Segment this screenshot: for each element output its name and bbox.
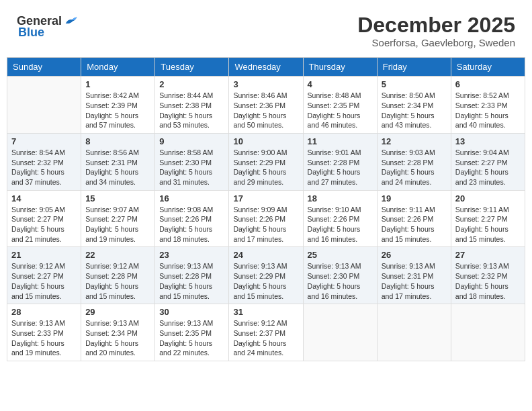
- day-info: Sunrise: 9:13 AMSunset: 2:35 PMDaylight:…: [159, 318, 224, 358]
- location-title: Soerforsa, Gaevleborg, Sweden: [357, 37, 515, 48]
- day-number: 7: [11, 136, 77, 146]
- calendar-cell: [303, 304, 377, 361]
- day-info: Sunrise: 9:13 AMSunset: 2:32 PMDaylight:…: [455, 261, 521, 301]
- day-number: 29: [85, 307, 150, 317]
- day-number: 28: [11, 307, 77, 317]
- day-info: Sunrise: 8:44 AMSunset: 2:38 PMDaylight:…: [159, 91, 224, 130]
- calendar-cell: 15Sunrise: 9:07 AMSunset: 2:27 PMDayligh…: [81, 190, 155, 247]
- calendar-cell: 10Sunrise: 9:00 AMSunset: 2:29 PMDayligh…: [229, 133, 303, 190]
- calendar-cell: 1Sunrise: 8:42 AMSunset: 2:39 PMDaylight…: [81, 77, 155, 134]
- calendar-cell: 2Sunrise: 8:44 AMSunset: 2:38 PMDaylight…: [155, 77, 229, 134]
- day-number: 1: [85, 79, 150, 89]
- weekday-header-saturday: Saturday: [451, 58, 525, 77]
- day-info: Sunrise: 9:13 AMSunset: 2:30 PMDaylight:…: [308, 261, 373, 301]
- day-number: 14: [11, 193, 77, 203]
- day-number: 9: [159, 136, 224, 146]
- day-info: Sunrise: 9:00 AMSunset: 2:29 PMDaylight:…: [233, 148, 298, 187]
- day-info: Sunrise: 9:10 AMSunset: 2:26 PMDaylight:…: [308, 205, 373, 244]
- weekday-header-thursday: Thursday: [303, 58, 377, 77]
- calendar-week-row: 7Sunrise: 8:54 AMSunset: 2:32 PMDaylight…: [7, 133, 525, 190]
- calendar-cell: 16Sunrise: 9:08 AMSunset: 2:26 PMDayligh…: [155, 190, 229, 247]
- day-info: Sunrise: 9:13 AMSunset: 2:34 PMDaylight:…: [85, 318, 150, 358]
- calendar-cell: [451, 304, 525, 361]
- day-number: 19: [382, 193, 447, 203]
- logo-blue: Blue: [18, 26, 44, 40]
- day-info: Sunrise: 9:07 AMSunset: 2:27 PMDaylight:…: [85, 205, 150, 244]
- calendar-cell: 12Sunrise: 9:03 AMSunset: 2:28 PMDayligh…: [377, 133, 451, 190]
- day-number: 30: [159, 307, 224, 317]
- day-info: Sunrise: 9:04 AMSunset: 2:27 PMDaylight:…: [455, 148, 521, 187]
- day-number: 22: [85, 250, 150, 260]
- calendar-cell: 18Sunrise: 9:10 AMSunset: 2:26 PMDayligh…: [303, 190, 377, 247]
- calendar-cell: 21Sunrise: 9:12 AMSunset: 2:27 PMDayligh…: [7, 247, 81, 304]
- weekday-header-row: SundayMondayTuesdayWednesdayThursdayFrid…: [7, 58, 525, 77]
- calendar-week-row: 14Sunrise: 9:05 AMSunset: 2:27 PMDayligh…: [7, 190, 525, 247]
- day-number: 12: [382, 136, 447, 146]
- day-number: 21: [11, 250, 77, 260]
- weekday-header-tuesday: Tuesday: [155, 58, 229, 77]
- day-info: Sunrise: 9:03 AMSunset: 2:28 PMDaylight:…: [382, 148, 447, 187]
- day-number: 13: [455, 136, 521, 146]
- day-info: Sunrise: 9:12 AMSunset: 2:27 PMDaylight:…: [11, 261, 77, 301]
- day-info: Sunrise: 9:13 AMSunset: 2:28 PMDaylight:…: [159, 261, 224, 301]
- calendar-cell: 31Sunrise: 9:12 AMSunset: 2:37 PMDayligh…: [229, 304, 303, 361]
- day-number: 10: [233, 136, 298, 146]
- calendar-cell: 11Sunrise: 9:01 AMSunset: 2:28 PMDayligh…: [303, 133, 377, 190]
- calendar-cell: [377, 304, 451, 361]
- day-number: 6: [455, 79, 521, 89]
- day-number: 27: [455, 250, 521, 260]
- weekday-header-monday: Monday: [81, 58, 155, 77]
- calendar-cell: 25Sunrise: 9:13 AMSunset: 2:30 PMDayligh…: [303, 247, 377, 304]
- day-info: Sunrise: 8:52 AMSunset: 2:33 PMDaylight:…: [455, 91, 521, 130]
- day-info: Sunrise: 9:12 AMSunset: 2:28 PMDaylight:…: [85, 261, 150, 301]
- day-number: 17: [233, 193, 298, 203]
- day-number: 23: [159, 250, 224, 260]
- day-number: 2: [159, 79, 224, 89]
- day-number: 16: [159, 193, 224, 203]
- day-number: 25: [308, 250, 373, 260]
- calendar-cell: 29Sunrise: 9:13 AMSunset: 2:34 PMDayligh…: [81, 304, 155, 361]
- day-info: Sunrise: 9:12 AMSunset: 2:37 PMDaylight:…: [233, 318, 298, 358]
- day-number: 20: [455, 193, 521, 203]
- header: General Blue December 2025 Soerforsa, Ga…: [7, 7, 525, 52]
- day-info: Sunrise: 9:11 AMSunset: 2:26 PMDaylight:…: [382, 205, 447, 244]
- day-number: 3: [233, 79, 298, 89]
- day-number: 31: [233, 307, 298, 317]
- day-info: Sunrise: 9:01 AMSunset: 2:28 PMDaylight:…: [308, 148, 373, 187]
- calendar-cell: 13Sunrise: 9:04 AMSunset: 2:27 PMDayligh…: [451, 133, 525, 190]
- calendar-cell: 19Sunrise: 9:11 AMSunset: 2:26 PMDayligh…: [377, 190, 451, 247]
- calendar-cell: 22Sunrise: 9:12 AMSunset: 2:28 PMDayligh…: [81, 247, 155, 304]
- day-info: Sunrise: 8:46 AMSunset: 2:36 PMDaylight:…: [233, 91, 298, 130]
- calendar-cell: 17Sunrise: 9:09 AMSunset: 2:26 PMDayligh…: [229, 190, 303, 247]
- day-number: 26: [382, 250, 447, 260]
- logo: General Blue: [17, 13, 78, 40]
- weekday-header-wednesday: Wednesday: [229, 58, 303, 77]
- calendar-week-row: 21Sunrise: 9:12 AMSunset: 2:27 PMDayligh…: [7, 247, 525, 304]
- title-area: December 2025 Soerforsa, Gaevleborg, Swe…: [357, 13, 515, 48]
- calendar-cell: 24Sunrise: 9:13 AMSunset: 2:29 PMDayligh…: [229, 247, 303, 304]
- day-number: 11: [308, 136, 373, 146]
- day-number: 4: [308, 79, 373, 89]
- day-info: Sunrise: 8:42 AMSunset: 2:39 PMDaylight:…: [85, 91, 150, 130]
- day-number: 18: [308, 193, 373, 203]
- day-info: Sunrise: 8:50 AMSunset: 2:34 PMDaylight:…: [382, 91, 447, 130]
- calendar-cell: 9Sunrise: 8:58 AMSunset: 2:30 PMDaylight…: [155, 133, 229, 190]
- day-info: Sunrise: 8:48 AMSunset: 2:35 PMDaylight:…: [308, 91, 373, 130]
- day-info: Sunrise: 8:58 AMSunset: 2:30 PMDaylight:…: [159, 148, 224, 187]
- weekday-header-friday: Friday: [377, 58, 451, 77]
- day-number: 15: [85, 193, 150, 203]
- calendar-cell: 6Sunrise: 8:52 AMSunset: 2:33 PMDaylight…: [451, 77, 525, 134]
- day-number: 8: [85, 136, 150, 146]
- calendar-cell: 26Sunrise: 9:13 AMSunset: 2:31 PMDayligh…: [377, 247, 451, 304]
- calendar: SundayMondayTuesdayWednesdayThursdayFrid…: [7, 57, 525, 361]
- day-number: 24: [233, 250, 298, 260]
- day-info: Sunrise: 9:13 AMSunset: 2:31 PMDaylight:…: [382, 261, 447, 301]
- weekday-header-sunday: Sunday: [7, 58, 81, 77]
- day-info: Sunrise: 9:05 AMSunset: 2:27 PMDaylight:…: [11, 205, 77, 244]
- day-info: Sunrise: 9:13 AMSunset: 2:33 PMDaylight:…: [11, 318, 77, 358]
- calendar-cell: 20Sunrise: 9:11 AMSunset: 2:27 PMDayligh…: [451, 190, 525, 247]
- day-info: Sunrise: 9:09 AMSunset: 2:26 PMDaylight:…: [233, 205, 298, 244]
- day-number: 5: [382, 79, 447, 89]
- calendar-cell: 5Sunrise: 8:50 AMSunset: 2:34 PMDaylight…: [377, 77, 451, 134]
- calendar-cell: 7Sunrise: 8:54 AMSunset: 2:32 PMDaylight…: [7, 133, 81, 190]
